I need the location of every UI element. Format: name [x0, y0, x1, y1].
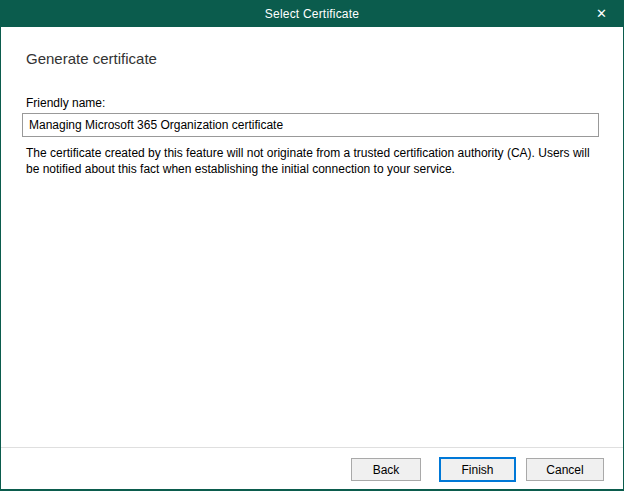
finish-button[interactable]: Finish [439, 457, 516, 482]
titlebar: Select Certificate ✕ [0, 0, 624, 27]
select-certificate-dialog: Select Certificate ✕ Generate certificat… [0, 0, 624, 491]
back-button[interactable]: Back [351, 458, 421, 481]
footer-separator [1, 447, 623, 448]
close-icon[interactable]: ✕ [579, 0, 624, 27]
friendly-name-label: Friendly name: [26, 96, 105, 110]
friendly-name-input[interactable] [22, 113, 599, 137]
window-title: Select Certificate [265, 7, 359, 21]
cancel-button[interactable]: Cancel [526, 458, 604, 481]
page-title: Generate certificate [26, 50, 157, 67]
dialog-body: Generate certificate Friendly name: The … [0, 27, 624, 491]
certificate-description-text: The certificate created by this feature … [26, 145, 604, 177]
